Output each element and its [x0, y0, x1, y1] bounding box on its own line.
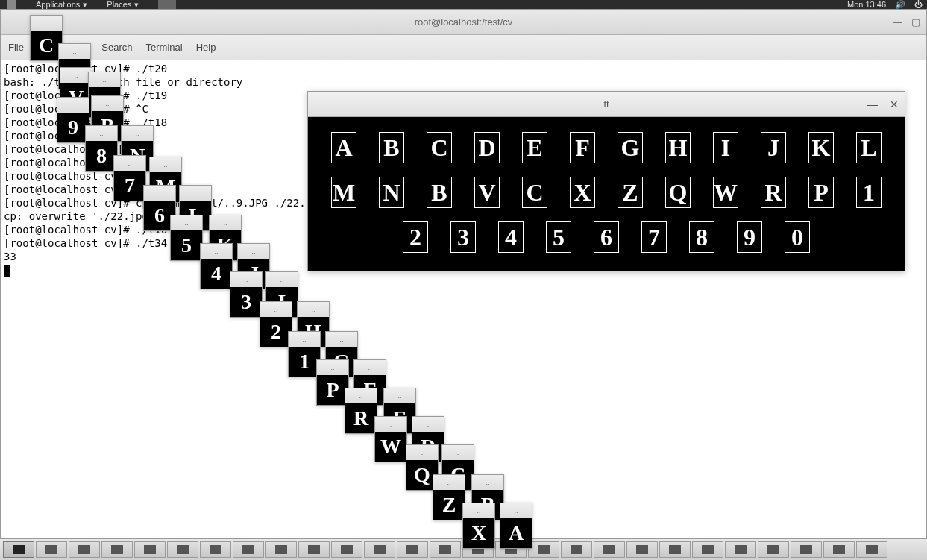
- thumb-title: .: [31, 16, 62, 31]
- window-icon: [439, 545, 451, 554]
- window-icon: [833, 545, 845, 554]
- window-icon: [341, 545, 353, 554]
- glyph-6: 6: [594, 221, 619, 253]
- glyph-I: I: [713, 132, 738, 163]
- glyph-B: B: [427, 177, 452, 208]
- taskbar-button[interactable]: [3, 541, 34, 558]
- thumb-window-3[interactable]: ..3: [230, 271, 263, 318]
- taskbar-button[interactable]: [134, 541, 166, 558]
- thumb-glyph: 9: [57, 113, 89, 142]
- chevron-down-icon: ▾: [83, 0, 87, 10]
- taskbar-button[interactable]: [69, 541, 100, 558]
- window-icon: [735, 545, 747, 554]
- applications-menu[interactable]: Applications ▾: [33, 0, 90, 10]
- taskbar-button[interactable]: [561, 541, 592, 558]
- taskbar-button[interactable]: [331, 541, 362, 558]
- taskbar-button[interactable]: [36, 541, 67, 558]
- glyph-L: L: [856, 132, 882, 163]
- thumb-title: ..: [180, 186, 211, 201]
- glyph-V: V: [474, 177, 500, 208]
- glyph-5: 5: [546, 221, 571, 253]
- thumb-window-R[interactable]: ..R: [345, 388, 377, 434]
- tt-body: ABCDEFGHIJKLMNBVCXZQWRP1234567890: [308, 117, 905, 271]
- taskbar-button[interactable]: [856, 541, 887, 558]
- thumb-title: ..: [59, 44, 90, 59]
- minimize-button[interactable]: —: [893, 16, 902, 28]
- taskbar-button[interactable]: [528, 541, 559, 558]
- thumb-window-Z[interactable]: ..Z: [433, 474, 465, 520]
- glyph-B: B: [379, 132, 404, 163]
- taskbar-button[interactable]: [430, 541, 461, 558]
- thumb-title: ..: [345, 388, 377, 403]
- thumb-title: ..: [122, 126, 153, 141]
- thumb-title: ..: [500, 503, 532, 518]
- menu-search[interactable]: Search: [101, 42, 132, 53]
- glyph-P: P: [808, 177, 834, 208]
- glyph-J: J: [761, 132, 786, 163]
- menu-help[interactable]: Help: [196, 42, 216, 53]
- thumb-window-5[interactable]: ..5: [170, 215, 203, 261]
- thumb-glyph: W: [375, 432, 406, 462]
- glyph-2: 2: [403, 221, 428, 253]
- tt-titlebar[interactable]: tt — ✕: [308, 92, 905, 117]
- taskbar-button[interactable]: [626, 541, 658, 558]
- taskbar-button[interactable]: [200, 541, 231, 558]
- taskbar-button[interactable]: [265, 541, 297, 558]
- taskbar-button[interactable]: [233, 541, 264, 558]
- glyph-C: C: [427, 132, 452, 163]
- window-icon: [669, 545, 681, 554]
- taskbar-button[interactable]: [725, 541, 756, 558]
- taskbar-button[interactable]: [101, 541, 133, 558]
- thumb-window-4[interactable]: ..4: [200, 243, 233, 289]
- clock[interactable]: Mon 13:46: [847, 0, 886, 9]
- window-icon: [571, 545, 582, 554]
- window-icon: [144, 545, 156, 554]
- taskbar-button[interactable]: [298, 541, 330, 558]
- places-menu[interactable]: Places ▾: [104, 0, 142, 10]
- thumb-title: .: [375, 417, 406, 432]
- menu-terminal[interactable]: Terminal: [146, 42, 183, 53]
- window-icon: [13, 545, 25, 554]
- activities-icon[interactable]: [4, 0, 19, 9]
- minimize-button[interactable]: —: [867, 98, 878, 110]
- taskbar-button[interactable]: [659, 541, 691, 558]
- applications-label: Applications: [36, 0, 80, 9]
- menu-file[interactable]: File: [8, 42, 24, 53]
- glyph-A: A: [331, 132, 356, 163]
- thumb-title: ..: [354, 360, 386, 375]
- close-button[interactable]: ✕: [890, 98, 899, 110]
- thumb-glyph: C: [31, 31, 62, 60]
- taskbar-button[interactable]: [167, 541, 198, 558]
- volume-icon[interactable]: 🔊: [895, 0, 905, 10]
- gnome-top-panel: Applications ▾ Places ▾ Mon 13:46 🔊 ⏻: [0, 0, 927, 9]
- taskbar-button[interactable]: [364, 541, 395, 558]
- thumb-window-X[interactable]: ..X: [462, 503, 495, 549]
- maximize-button[interactable]: ▢: [911, 16, 920, 28]
- terminal-titlebar[interactable]: root@localhost:/test/cv — ▢: [1, 10, 926, 35]
- taskbar-button[interactable]: [692, 541, 723, 558]
- glyph-Q: Q: [665, 177, 691, 208]
- window-icon: [603, 545, 615, 554]
- taskbar-button[interactable]: [397, 541, 428, 558]
- taskbar-button[interactable]: [823, 541, 855, 558]
- glyph-4: 4: [498, 221, 524, 253]
- thumb-title: ..: [210, 215, 241, 230]
- thumb-window-W[interactable]: .W: [374, 416, 407, 462]
- thumb-title: ..: [463, 503, 494, 518]
- thumb-window-A[interactable]: ..A: [500, 503, 532, 549]
- thumb-title: ..: [144, 186, 175, 201]
- window-icon: [78, 545, 90, 554]
- taskbar-button[interactable]: [791, 541, 822, 558]
- terminal-menubar: File Edit View Search Terminal Help: [1, 35, 926, 60]
- taskbar-button[interactable]: [594, 541, 625, 558]
- glyph-row: 234567890: [314, 221, 899, 253]
- places-label: Places: [107, 0, 131, 9]
- active-app-icon[interactable]: [155, 0, 179, 9]
- thumb-title: .: [406, 445, 438, 460]
- taskbar-button[interactable]: [758, 541, 789, 558]
- thumb-window-7[interactable]: ..7: [113, 155, 146, 201]
- thumb-glyph: 2: [260, 317, 292, 347]
- thumb-title: ..: [92, 96, 123, 111]
- power-icon[interactable]: ⏻: [914, 0, 923, 9]
- thumb-title: ..: [260, 302, 292, 317]
